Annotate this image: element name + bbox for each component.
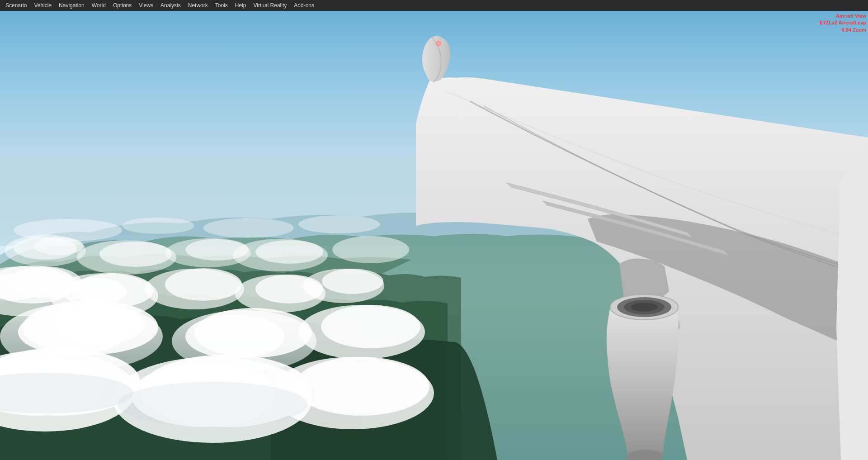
svg-point-31 [54,306,145,344]
svg-point-27 [322,269,383,294]
hud-line-3: 0.94 Zoom [820,27,866,33]
menu-item-help[interactable]: Help [231,1,250,9]
aircraft-wing [416,11,868,460]
menu-item-network[interactable]: Network [184,1,212,9]
viewport: Aircraft View E7ZLx2 Aircraft.cap 0.94 Z… [0,11,868,460]
svg-point-14 [332,236,409,263]
svg-point-3 [203,218,294,238]
hud-line-2: E7ZLx2 Aircraft.cap [820,19,866,26]
menu-item-options[interactable]: Options [109,1,135,9]
svg-point-46 [118,382,307,427]
menu-item-vehicle[interactable]: Vehicle [30,1,55,9]
menu-item-scenario[interactable]: Scenario [2,1,30,9]
svg-point-36 [321,305,420,348]
svg-point-34 [185,315,285,358]
svg-point-53 [631,303,658,312]
hud-line-1: Aircraft View [820,13,866,19]
svg-point-2 [122,218,194,234]
svg-point-9 [99,242,172,267]
menu-item-tools[interactable]: Tools [212,1,231,9]
menu-item-world[interactable]: World [88,1,109,9]
menu-item-virtual-reality[interactable]: Virtual Reality [250,1,290,9]
svg-point-4 [298,215,380,233]
menubar: Scenario Vehicle Navigation World Option… [0,0,868,11]
menu-item-views[interactable]: Views [135,1,157,9]
svg-point-44 [294,357,429,416]
svg-point-23 [165,268,242,301]
menu-item-analysis[interactable]: Analysis [157,1,184,9]
hud-overlay: Aircraft View E7ZLx2 Aircraft.cap 0.94 Z… [820,13,866,33]
menu-item-add-ons[interactable]: Add-ons [290,1,318,9]
svg-point-48 [437,42,440,45]
menu-item-navigation[interactable]: Navigation [55,1,88,9]
svg-point-7 [34,237,84,255]
svg-point-13 [255,240,323,264]
